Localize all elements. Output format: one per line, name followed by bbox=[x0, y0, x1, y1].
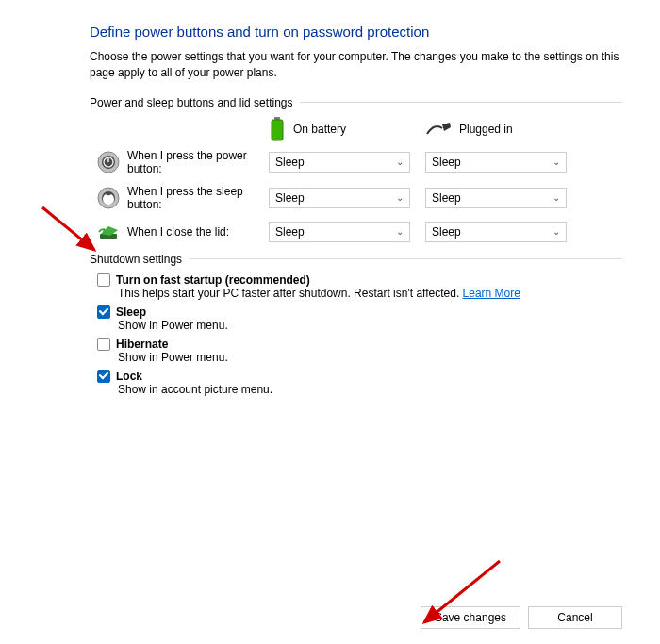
section-shutdown-label: Shutdown settings bbox=[90, 253, 182, 266]
lock-title: Lock bbox=[116, 370, 142, 383]
lid-battery-select[interactable]: Sleep ⌄ bbox=[269, 222, 410, 242]
sleep-desc: Show in Power menu. bbox=[118, 319, 622, 332]
battery-icon bbox=[269, 117, 286, 141]
sleep-button-icon bbox=[97, 187, 120, 209]
lid-icon bbox=[97, 221, 120, 243]
sleep-button-row: When I press the sleep button: Sleep ⌄ S… bbox=[90, 185, 622, 211]
power-button-plugged-select[interactable]: Sleep ⌄ bbox=[425, 152, 567, 173]
lid-row: When I close the lid: Sleep ⌄ Sleep ⌄ bbox=[90, 221, 622, 243]
sleep-checkbox[interactable] bbox=[97, 305, 110, 319]
sleep-option: Sleep Show in Power menu. bbox=[97, 305, 622, 332]
select-value: Sleep bbox=[275, 225, 305, 239]
plugged-in-label: Plugged in bbox=[459, 123, 513, 136]
page-title: Define power buttons and turn on passwor… bbox=[90, 24, 622, 40]
fast-startup-title: Turn on fast startup (recommended) bbox=[116, 273, 310, 287]
svg-rect-1 bbox=[272, 120, 283, 140]
chevron-down-icon: ⌄ bbox=[553, 157, 560, 167]
plug-icon bbox=[425, 121, 452, 138]
on-battery-label: On battery bbox=[293, 123, 346, 136]
fast-startup-option: Turn on fast startup (recommended) This … bbox=[97, 273, 622, 300]
chevron-down-icon: ⌄ bbox=[396, 157, 404, 167]
sleep-title: Sleep bbox=[116, 305, 146, 319]
lid-plugged-select[interactable]: Sleep ⌄ bbox=[425, 222, 567, 242]
power-button-icon bbox=[97, 151, 120, 173]
sleep-button-plugged-select[interactable]: Sleep ⌄ bbox=[425, 188, 567, 208]
power-button-row: When I press the power button: Sleep ⌄ S… bbox=[90, 149, 622, 175]
hibernate-option: Hibernate Show in Power menu. bbox=[97, 338, 622, 364]
chevron-down-icon: ⌄ bbox=[396, 226, 404, 237]
sleep-button-battery-select[interactable]: Sleep ⌄ bbox=[269, 188, 410, 208]
select-value: Sleep bbox=[275, 156, 305, 169]
select-value: Sleep bbox=[432, 191, 461, 205]
save-changes-button[interactable]: Save changes bbox=[421, 606, 520, 629]
lock-option: Lock Show in account picture menu. bbox=[97, 370, 622, 396]
select-value: Sleep bbox=[432, 156, 461, 169]
power-button-label: When I press the power button: bbox=[127, 149, 269, 175]
lid-label: When I close the lid: bbox=[127, 225, 269, 239]
chevron-down-icon: ⌄ bbox=[553, 226, 560, 237]
buttons-section-header: Power and sleep buttons and lid settings bbox=[90, 96, 622, 109]
sleep-button-label: When I press the sleep button: bbox=[127, 185, 269, 211]
shutdown-section-header: Shutdown settings bbox=[90, 253, 622, 266]
column-headers: On battery Plugged in bbox=[269, 117, 622, 141]
lock-desc: Show in account picture menu. bbox=[118, 383, 622, 396]
chevron-down-icon: ⌄ bbox=[553, 192, 560, 203]
hibernate-desc: Show in Power menu. bbox=[118, 351, 622, 364]
divider bbox=[300, 102, 622, 103]
cancel-button[interactable]: Cancel bbox=[528, 606, 622, 629]
select-value: Sleep bbox=[432, 225, 461, 239]
fast-startup-checkbox[interactable] bbox=[97, 273, 110, 287]
hibernate-checkbox[interactable] bbox=[97, 338, 110, 351]
select-value: Sleep bbox=[275, 191, 305, 205]
page-description: Choose the power settings that you want … bbox=[90, 49, 622, 81]
learn-more-link[interactable]: Learn More bbox=[463, 287, 520, 300]
power-button-battery-select[interactable]: Sleep ⌄ bbox=[269, 152, 410, 173]
hibernate-title: Hibernate bbox=[116, 338, 168, 351]
section-buttons-label: Power and sleep buttons and lid settings bbox=[90, 96, 292, 109]
lock-checkbox[interactable] bbox=[97, 370, 110, 383]
divider bbox=[190, 258, 622, 259]
fast-startup-desc: This helps start your PC faster after sh… bbox=[118, 287, 463, 300]
chevron-down-icon: ⌄ bbox=[396, 192, 404, 203]
